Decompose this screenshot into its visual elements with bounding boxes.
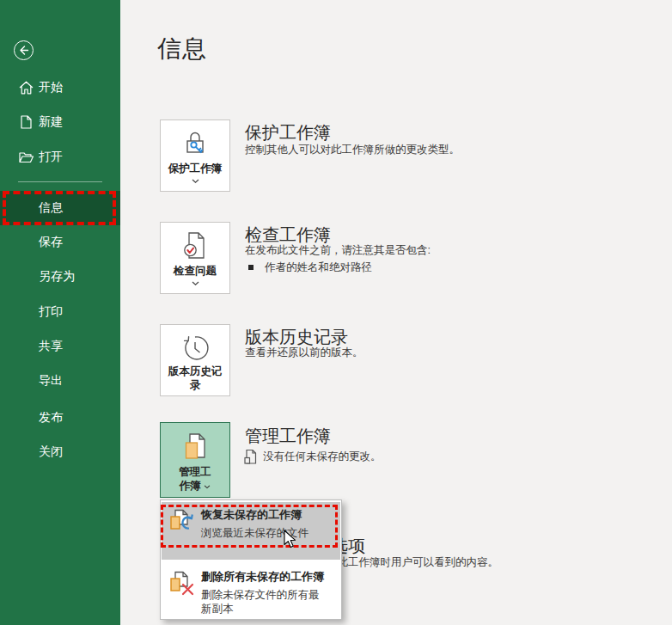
back-arrow-icon — [18, 45, 29, 56]
sidebar-item-print[interactable]: 打印 — [0, 295, 120, 329]
bullet-text: 作者的姓名和绝对路径 — [265, 260, 372, 275]
sidebar-divider — [18, 181, 102, 182]
tile-button-label: 管理工作簿 — [176, 465, 214, 493]
home-icon — [19, 81, 34, 95]
sidebar-item-label: 保存 — [39, 235, 63, 250]
sidebar-item-save[interactable]: 保存 — [0, 225, 120, 260]
unsaved-changes-status: 没有任何未保存的更改。 — [244, 449, 382, 465]
section-description: 控制其他人可以对此工作簿所做的更改类型。 — [245, 143, 460, 157]
section-heading: 管理工作簿 — [245, 425, 331, 448]
menu-item-text: 删除所有未保存的工作簿 删除未保存文件的所有最新副本 — [201, 569, 327, 616]
chevron-down-icon — [204, 485, 211, 489]
section-bullet-row: 作者的姓名和绝对路径 — [248, 260, 372, 275]
sidebar-item-label: 打印 — [39, 304, 63, 320]
sidebar-item-label: 共享 — [39, 339, 63, 354]
inspect-document-icon — [182, 231, 208, 260]
check-for-issues-button[interactable]: 检查问题 — [160, 222, 230, 294]
tile-button-label: 检查问题 — [174, 264, 217, 278]
sidebar-item-label: 导出 — [39, 373, 63, 389]
bullet-icon — [248, 265, 254, 270]
menu-item-subtitle: 浏览最近未保存的文件 — [201, 526, 327, 540]
page-title: 信息 — [157, 33, 207, 65]
new-document-icon — [19, 115, 34, 130]
protect-workbook-button[interactable]: 保护工作簿 — [160, 119, 230, 192]
sidebar-item-home[interactable]: 开始 — [0, 70, 120, 105]
lock-key-icon — [182, 130, 208, 159]
sidebar-item-publish[interactable]: 发布 — [0, 401, 120, 435]
sidebar-item-label: 关闭 — [39, 444, 63, 460]
sidebar-item-label: 打开 — [39, 150, 63, 165]
recover-unsaved-icon — [169, 509, 195, 535]
menu-item-recover-unsaved-workbooks[interactable]: 恢复未保存的工作簿 浏览最近未保存的文件 — [162, 502, 340, 560]
excel-backstage-info-view: 开始 新建 打开 信息 保存 另存为 打印 共享 — [0, 0, 672, 625]
open-folder-icon — [19, 150, 34, 165]
document-checkin-icon — [244, 449, 257, 465]
sidebar-item-info[interactable]: 信息 — [0, 191, 120, 225]
sidebar-item-open[interactable]: 打开 — [0, 140, 120, 175]
manage-workbook-dropdown-menu: 恢复未保存的工作簿 浏览最近未保存的文件 删除所有未保存的工作簿 删除未保存文件… — [160, 499, 342, 620]
back-button[interactable] — [14, 40, 34, 60]
status-text: 没有任何未保存的更改。 — [263, 450, 382, 464]
section-description: 查看并还原以前的版本。 — [245, 346, 363, 360]
sidebar: 开始 新建 打开 信息 保存 另存为 打印 共享 — [0, 0, 120, 625]
chevron-down-icon — [192, 179, 199, 184]
sidebar-item-label: 新建 — [39, 114, 63, 130]
sidebar-item-label: 信息 — [39, 200, 63, 216]
sidebar-item-close[interactable]: 关闭 — [0, 435, 120, 469]
tile-button-label: 保护工作簿 — [168, 162, 223, 175]
menu-item-delete-all-unsaved-workbooks[interactable]: 删除所有未保存的工作簿 删除未保存文件的所有最新副本 — [162, 564, 340, 616]
sidebar-item-share[interactable]: 共享 — [0, 329, 120, 364]
sidebar-item-new[interactable]: 新建 — [0, 105, 120, 139]
manage-workbook-button[interactable]: 管理工作簿 — [160, 422, 230, 498]
menu-item-subtitle: 删除未保存文件的所有最新副本 — [201, 588, 327, 616]
section-heading: 保护工作簿 — [245, 121, 331, 144]
version-history-icon — [180, 333, 210, 362]
sidebar-item-label: 开始 — [39, 80, 63, 95]
chevron-down-icon — [192, 281, 199, 286]
version-history-button[interactable]: 版本历史记录 — [160, 324, 230, 396]
sidebar-item-export[interactable]: 导出 — [0, 364, 120, 398]
sidebar-item-label: 发布 — [39, 410, 63, 426]
manage-workbook-icon — [182, 432, 208, 463]
menu-item-title: 删除所有未保存的工作簿 — [201, 569, 327, 584]
sidebar-item-save-as[interactable]: 另存为 — [0, 260, 120, 294]
menu-item-title: 恢复未保存的工作簿 — [201, 507, 327, 522]
tile-button-label: 版本历史记录 — [167, 365, 223, 392]
menu-item-text: 恢复未保存的工作簿 浏览最近未保存的文件 — [201, 507, 327, 560]
sidebar-item-label: 另存为 — [39, 269, 75, 285]
section-description: 在发布此文件之前，请注意其是否包含: — [245, 243, 431, 258]
delete-unsaved-icon — [169, 571, 195, 597]
